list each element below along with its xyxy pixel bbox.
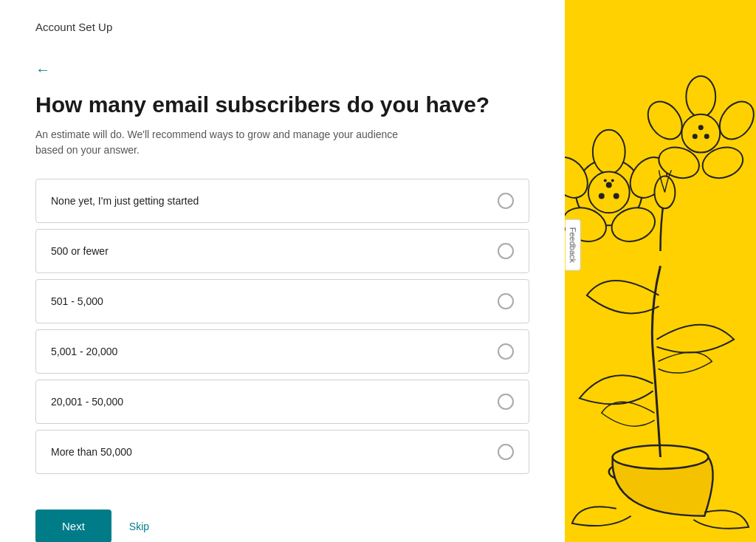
plant-illustration — [565, 0, 756, 542]
skip-link[interactable]: Skip — [129, 521, 149, 532]
question-subtitle: An estimate will do. We'll recommend way… — [35, 127, 405, 158]
radio-button[interactable] — [498, 193, 514, 209]
svg-point-10 — [614, 193, 619, 199]
actions-bar: Next Skip — [35, 510, 529, 542]
radio-button[interactable] — [498, 293, 514, 309]
option-item[interactable]: More than 50,000 — [35, 430, 529, 474]
options-list: None yet, I'm just getting started500 or… — [35, 179, 529, 480]
option-label: 501 - 5,000 — [51, 295, 103, 307]
svg-point-11 — [599, 193, 605, 199]
option-item[interactable]: None yet, I'm just getting started — [35, 179, 529, 223]
svg-point-21 — [704, 134, 709, 139]
radio-button[interactable] — [498, 394, 514, 410]
radio-button[interactable] — [498, 243, 514, 259]
question-title: How many email subscribers do you have? — [35, 92, 529, 118]
option-item[interactable]: 501 - 5,000 — [35, 279, 529, 323]
svg-point-9 — [606, 182, 612, 188]
option-label: 5,001 - 20,000 — [51, 346, 117, 357]
left-panel: Account Set Up ← How many email subscrib… — [0, 0, 565, 542]
option-item[interactable]: 5,001 - 20,000 — [35, 329, 529, 374]
svg-point-14 — [686, 76, 715, 117]
svg-point-22 — [693, 134, 698, 139]
svg-point-3 — [593, 130, 625, 174]
svg-point-8 — [588, 172, 630, 213]
next-button[interactable]: Next — [35, 510, 111, 542]
svg-point-13 — [604, 179, 607, 182]
option-item[interactable]: 500 or fewer — [35, 229, 529, 273]
option-label: More than 50,000 — [51, 446, 132, 458]
svg-point-20 — [698, 125, 704, 130]
page-title: Account Set Up — [35, 21, 529, 33]
svg-point-23 — [655, 176, 676, 208]
option-label: 20,001 - 50,000 — [51, 396, 123, 408]
radio-button[interactable] — [498, 444, 514, 460]
back-button[interactable]: ← — [35, 61, 529, 78]
svg-point-19 — [681, 114, 720, 153]
svg-point-12 — [611, 179, 614, 182]
feedback-tab[interactable]: Feedback — [566, 219, 581, 271]
option-item[interactable]: 20,001 - 50,000 — [35, 380, 529, 424]
right-panel: Feedback — [565, 0, 756, 542]
radio-button[interactable] — [498, 343, 514, 360]
option-label: 500 or fewer — [51, 245, 109, 257]
option-label: None yet, I'm just getting started — [51, 195, 199, 207]
